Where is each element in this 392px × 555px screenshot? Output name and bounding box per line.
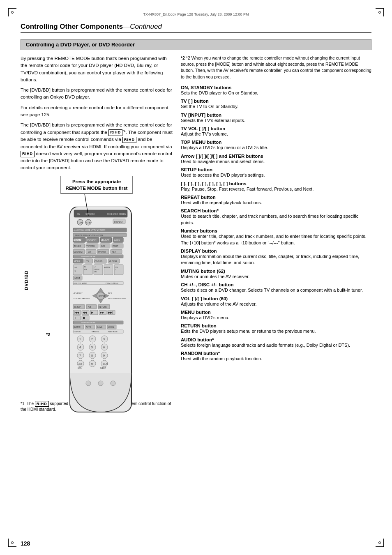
corner-dot-tr bbox=[378, 11, 381, 14]
svg-text:ZONE 2: ZONE 2 bbox=[107, 213, 114, 215]
button-entry-desc: Exits the DVD player's setup menu or ret… bbox=[181, 328, 371, 334]
svg-point-140 bbox=[86, 381, 91, 386]
button-entry-desc: Selects discs on a DVD changer. Selects … bbox=[181, 287, 371, 293]
svg-text:LISTENING MODE: LISTENING MODE bbox=[81, 256, 96, 258]
svg-text:5: 5 bbox=[91, 346, 93, 349]
page-number: 128 bbox=[21, 540, 30, 547]
svg-text:4: 4 bbox=[79, 346, 81, 349]
button-entry-desc: Used to navigate menus and select items. bbox=[181, 159, 371, 165]
svg-text:VCR/DVR: VCR/DVR bbox=[87, 239, 97, 241]
dvd-bd-label: DVD/BD bbox=[24, 270, 29, 290]
svg-text:STANDBY: STANDBY bbox=[85, 213, 95, 215]
svg-text:AV LAYOUT: AV LAYOUT bbox=[74, 292, 83, 294]
svg-point-141 bbox=[98, 381, 103, 386]
button-entry-desc: Play, Pause, Stop, Fast reverse, Fast fo… bbox=[181, 186, 371, 192]
svg-text:CUSTOM: CUSTOM bbox=[74, 251, 83, 253]
press-callout-box: Press the appropriate REMOTE MODE button… bbox=[61, 176, 133, 194]
svg-text:+/-: +/- bbox=[115, 269, 117, 271]
svg-rect-34 bbox=[86, 249, 96, 254]
button-entry: REPEAT buttonUsed with the repeat playba… bbox=[181, 195, 371, 206]
button-entry-name: Arrow [ ]/[ ]/[ ]/[ ] and ENTER buttons bbox=[181, 154, 371, 159]
svg-text:DISPLAY: DISPLAY bbox=[114, 221, 123, 223]
svg-text:3: 3 bbox=[103, 338, 105, 341]
svg-text:CH DISC: CH DISC bbox=[94, 269, 100, 270]
button-entry: Number buttonsUsed to enter title, chapt… bbox=[181, 228, 371, 246]
button-entry-desc: Used with the random playback function. bbox=[181, 356, 371, 362]
button-entry: TOP MENU buttonDisplays a DVD's top menu… bbox=[181, 140, 371, 151]
svg-text:CLR: CLR bbox=[103, 363, 108, 365]
callout-line1: Press the appropriate bbox=[72, 179, 121, 184]
svg-text:+/-: +/- bbox=[94, 266, 96, 268]
asterisk2-label: *2 bbox=[46, 332, 50, 337]
svg-text:▶▶: ▶▶ bbox=[100, 311, 104, 314]
svg-text:NET: NET bbox=[112, 251, 116, 253]
button-entry-desc: Used to enter title, chapter, and track … bbox=[181, 233, 371, 246]
button-entry-name: SEARCH button* bbox=[181, 208, 371, 213]
svg-text:DVD/BD: DVD/BD bbox=[74, 239, 82, 241]
svg-text:CC/OSD: CC/OSD bbox=[95, 260, 103, 263]
svg-text:TV: TV bbox=[74, 270, 76, 272]
button-entry-desc: Displays information about the current d… bbox=[181, 253, 371, 266]
button-entry-desc: Set the TV to On or Standby. bbox=[181, 104, 371, 110]
button-entry: DISPLAY buttonDisplays information about… bbox=[181, 249, 371, 266]
svg-text:ON: ON bbox=[79, 221, 83, 224]
svg-text:PREV CH/MENU: PREV CH/MENU bbox=[106, 282, 118, 284]
button-entry-name: [ ], [ ], [ ], [ ], [ ], [ ], [ ] button… bbox=[181, 181, 371, 186]
right-column: *2 *2 When you want to change the remote… bbox=[181, 55, 371, 412]
button-entry: RANDOM button*Used with the random playb… bbox=[181, 351, 371, 362]
svg-text:ON: ON bbox=[77, 213, 80, 215]
svg-rect-40 bbox=[73, 255, 123, 258]
button-entry-name: Number buttons bbox=[181, 228, 371, 233]
svg-text:1: 1 bbox=[79, 338, 81, 341]
svg-text:INPUT: INPUT bbox=[74, 277, 80, 279]
button-entry: TV VOL [ ]/[ ] buttonAdjust the TV's vol… bbox=[181, 126, 371, 137]
svg-text:GAME: GAME bbox=[114, 239, 120, 241]
svg-text:TUNER: TUNER bbox=[74, 245, 81, 247]
button-entry-desc: Adjust the TV's volume. bbox=[181, 131, 371, 137]
note-content: *2 When you want to change the remote co… bbox=[181, 55, 371, 79]
corner-dot-tl bbox=[11, 11, 14, 14]
button-entry: MENU buttonDisplays a DVD's menu. bbox=[181, 310, 371, 321]
button-entry-desc: Mutes or unmutes the AV receiver. bbox=[181, 274, 371, 280]
note-text: *2 *2 When you want to change the remote… bbox=[181, 55, 371, 80]
button-entry: AUDIO button*Selects foreign language so… bbox=[181, 337, 371, 348]
svg-point-142 bbox=[111, 381, 115, 386]
svg-text:9: 9 bbox=[103, 354, 105, 357]
button-entry: RETURN buttonExits the DVD player's setu… bbox=[181, 323, 371, 334]
button-entry: [ ], [ ], [ ], [ ], [ ], [ ], [ ] button… bbox=[181, 181, 371, 192]
svg-text:RED GREEN: RED GREEN bbox=[114, 213, 126, 215]
button-entry-desc: Used to access the DVD player's settings… bbox=[181, 172, 371, 178]
svg-rect-100 bbox=[73, 321, 123, 324]
svg-text:RETURN: RETURN bbox=[99, 306, 107, 308]
svg-text:PLAY/REV FAST/REV: PLAY/REV FAST/REV bbox=[74, 297, 90, 299]
button-entry-name: TV VOL [ ]/[ ] button bbox=[181, 126, 371, 131]
left-para1: By pressing the REMOTE MODE button that'… bbox=[21, 55, 173, 83]
svg-text:⏸: ⏸ bbox=[74, 316, 77, 319]
left-column: By pressing the REMOTE MODE button that'… bbox=[21, 55, 173, 412]
svg-text:A/B: A/B bbox=[88, 306, 92, 308]
remote-control-image: ON STANDBY ZONE 2 RED GREEN ON STBY bbox=[47, 192, 154, 417]
button-list: ON, STANDBY buttonsSets the DVD player t… bbox=[181, 85, 371, 362]
button-entry-name: RETURN button bbox=[181, 323, 371, 328]
svg-text:ALL OFF  MY MODE  MY TV  MY SU: ALL OFF MY MODE MY TV MY SURR bbox=[74, 229, 106, 231]
svg-text:+10: +10 bbox=[78, 363, 82, 365]
svg-text:ENTER: ENTER bbox=[99, 295, 106, 297]
button-entry-desc: Adjusts the volume of the AV receiver. bbox=[181, 301, 371, 307]
callout-line2: REMOTE MODE button first bbox=[66, 186, 128, 191]
svg-text:GUITAR: GUITAR bbox=[74, 326, 81, 328]
button-entry-name: SETUP button bbox=[181, 167, 371, 172]
button-entry-name: RANDOM button* bbox=[181, 351, 371, 356]
left-para3: For details on entering a remote control… bbox=[21, 104, 173, 119]
svg-text:2: 2 bbox=[91, 338, 93, 341]
left-para2: The [DVD/BD] button is preprogrammed wit… bbox=[21, 87, 173, 101]
button-entry: TV [INPUT] buttonSelects the TV's extern… bbox=[181, 113, 371, 124]
svg-text:TV: TV bbox=[84, 266, 86, 268]
button-entry: SETUP buttonUsed to access the DVD playe… bbox=[181, 167, 371, 178]
two-col-layout: By pressing the REMOTE MODE button that'… bbox=[21, 55, 371, 412]
svg-text:AUTO: AUTO bbox=[86, 326, 91, 328]
button-entry-desc: Displays a DVD's menu. bbox=[181, 315, 371, 321]
svg-text:PHONO: PHONO bbox=[98, 251, 106, 253]
button-entry-name: TOP MENU button bbox=[181, 140, 371, 145]
button-entry-name: DISPLAY button bbox=[181, 249, 371, 253]
page-content: Controlling Other Components—Continued C… bbox=[21, 23, 371, 534]
